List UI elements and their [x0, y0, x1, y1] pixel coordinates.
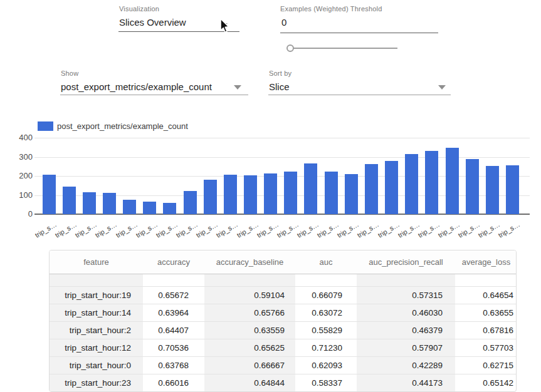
- metrics-table-card: featureaccuracyaccuracy_baselineaucauc_p…: [49, 250, 517, 392]
- bar-trip-start-hour-slice[interactable]: [325, 172, 338, 214]
- y-axis-tick-label: 200: [8, 171, 33, 181]
- bar-trip-start-hour-slice[interactable]: [345, 174, 358, 214]
- column-header-feature[interactable]: feature: [50, 250, 143, 274]
- filter-cell: [455, 274, 517, 287]
- bar-trip-start-hour-slice[interactable]: [83, 192, 96, 214]
- bar-trip-start-hour-slice[interactable]: [103, 193, 116, 214]
- metric-cell-accuracy[interactable]: 0.70536: [143, 339, 204, 357]
- filter-cell: [143, 274, 204, 287]
- metrics-table: featureaccuracyaccuracy_baselineaucauc_p…: [50, 250, 517, 392]
- metric-cell-auc[interactable]: 0.55829: [295, 322, 357, 339]
- metric-cell-auc[interactable]: 0.71230: [295, 339, 357, 357]
- gridline: [34, 138, 530, 138]
- metric-cell-auc_precision_recall[interactable]: 0.42289: [357, 357, 455, 374]
- metric-cell-auc_precision_recall[interactable]: 0.44173: [357, 374, 455, 392]
- metric-cell-auc_precision_recall[interactable]: 0.46379: [357, 322, 455, 339]
- table-filter-row: [50, 274, 517, 287]
- bar-trip-start-hour-slice[interactable]: [284, 172, 297, 214]
- filter-cell: [204, 274, 295, 287]
- metric-cell-auc[interactable]: 0.62093: [295, 357, 357, 374]
- bar-trip-start-hour-slice[interactable]: [123, 200, 136, 214]
- bar-trip-start-hour-slice[interactable]: [304, 163, 317, 214]
- metric-cell-auc_precision_recall[interactable]: 0.57907: [357, 339, 455, 357]
- bar-trip-start-hour-slice[interactable]: [204, 180, 217, 214]
- bar-trip-start-hour-slice[interactable]: [446, 148, 459, 214]
- metric-cell-average_loss[interactable]: 0.67816: [455, 322, 517, 339]
- bar-trip-start-hour-slice[interactable]: [466, 159, 479, 214]
- metric-cell-auc_precision_recall[interactable]: 0.57315: [357, 287, 455, 304]
- y-axis-tick-label: 300: [8, 152, 33, 162]
- metric-cell-average_loss[interactable]: 0.65142: [455, 374, 517, 392]
- bar-trip-start-hour-slice[interactable]: [43, 175, 56, 214]
- feature-cell[interactable]: trip_start_hour:23: [50, 374, 143, 392]
- bar-trip-start-hour-slice[interactable]: [184, 191, 197, 214]
- metric-cell-accuracy[interactable]: 0.66016: [143, 374, 204, 392]
- metric-cell-accuracy_baseline[interactable]: 0.63559: [204, 322, 295, 339]
- table-row[interactable]: trip_start_hour:190.656720.591040.660790…: [50, 287, 517, 304]
- metric-cell-accuracy[interactable]: 0.64407: [143, 322, 204, 339]
- metric-cell-average_loss[interactable]: 0.64654: [455, 287, 517, 304]
- feature-cell[interactable]: trip_start_hour:19: [50, 287, 143, 304]
- feature-cell[interactable]: trip_start_hour:2: [50, 322, 143, 339]
- bar-trip-start-hour-slice[interactable]: [405, 154, 418, 214]
- table-header-row: featureaccuracyaccuracy_baselineaucauc_p…: [50, 250, 517, 274]
- table-row[interactable]: trip_start_hour:230.660160.648440.583370…: [50, 374, 517, 392]
- feature-cell[interactable]: trip_start_hour:12: [50, 339, 143, 357]
- bar-trip-start-hour-slice[interactable]: [385, 161, 398, 214]
- bar-trip-start-hour-slice[interactable]: [163, 203, 176, 214]
- column-header-average_loss[interactable]: average_loss: [455, 250, 517, 274]
- metric-cell-auc[interactable]: 0.58337: [295, 374, 357, 392]
- table-row[interactable]: trip_start_hour:20.644070.635590.558290.…: [50, 322, 517, 339]
- metric-cell-accuracy_baseline[interactable]: 0.66667: [204, 357, 295, 374]
- filter-cell: [357, 274, 455, 287]
- y-axis-tick-label: 0: [8, 209, 33, 219]
- slices-overview-app: Visualization Slices Overview Examples (…: [0, 0, 541, 392]
- filter-cell: [295, 274, 357, 287]
- metric-cell-accuracy[interactable]: 0.63768: [143, 357, 204, 374]
- metric-cell-accuracy_baseline[interactable]: 0.65766: [204, 304, 295, 322]
- column-header-accuracy[interactable]: accuracy: [143, 250, 204, 274]
- metric-cell-auc_precision_recall[interactable]: 0.46030: [357, 304, 455, 322]
- table-row[interactable]: trip_start_hour:140.639640.657660.630720…: [50, 304, 517, 322]
- metric-cell-average_loss[interactable]: 0.62715: [455, 357, 517, 374]
- bar-trip-start-hour-slice[interactable]: [486, 166, 499, 214]
- metric-cell-accuracy_baseline[interactable]: 0.65625: [204, 339, 295, 357]
- bar-trip-start-hour-slice[interactable]: [365, 164, 378, 214]
- column-header-auc[interactable]: auc: [295, 250, 357, 274]
- filter-cell: [50, 274, 143, 287]
- bar-trip-start-hour-slice[interactable]: [244, 175, 257, 214]
- bar-trip-start-hour-slice[interactable]: [63, 187, 76, 214]
- y-axis-tick-label: 100: [8, 190, 33, 200]
- feature-cell[interactable]: trip_start_hour:14: [50, 304, 143, 322]
- table-row[interactable]: trip_start_hour:120.705360.656250.712300…: [50, 339, 517, 357]
- table-row[interactable]: trip_start_hour:00.637680.666670.620930.…: [50, 357, 517, 374]
- bar-trip-start-hour-slice[interactable]: [425, 151, 438, 214]
- y-axis-tick-label: 400: [8, 133, 33, 143]
- bar-trip-start-hour-slice[interactable]: [264, 173, 277, 214]
- bar-trip-start-hour-slice[interactable]: [224, 175, 237, 214]
- bar-trip-start-hour-slice[interactable]: [143, 202, 156, 214]
- metric-cell-accuracy_baseline[interactable]: 0.59104: [204, 287, 295, 304]
- example-count-bar-chart: 0100200300400trip_s…trip_s…trip_s…trip_s…: [0, 0, 541, 247]
- metric-cell-accuracy[interactable]: 0.63964: [143, 304, 204, 322]
- column-header-auc_precision_recall[interactable]: auc_precision_recall: [357, 250, 455, 274]
- feature-cell[interactable]: trip_start_hour:0: [50, 357, 143, 374]
- metric-cell-average_loss[interactable]: 0.63655: [455, 304, 517, 322]
- metric-cell-auc[interactable]: 0.66079: [295, 287, 357, 304]
- metric-cell-accuracy_baseline[interactable]: 0.64844: [204, 374, 295, 392]
- column-header-accuracy_baseline[interactable]: accuracy_baseline: [204, 250, 295, 274]
- metric-cell-average_loss[interactable]: 0.57703: [455, 339, 517, 357]
- metric-cell-accuracy[interactable]: 0.65672: [143, 287, 204, 304]
- bar-trip-start-hour-slice[interactable]: [506, 165, 519, 214]
- metric-cell-auc[interactable]: 0.63072: [295, 304, 357, 322]
